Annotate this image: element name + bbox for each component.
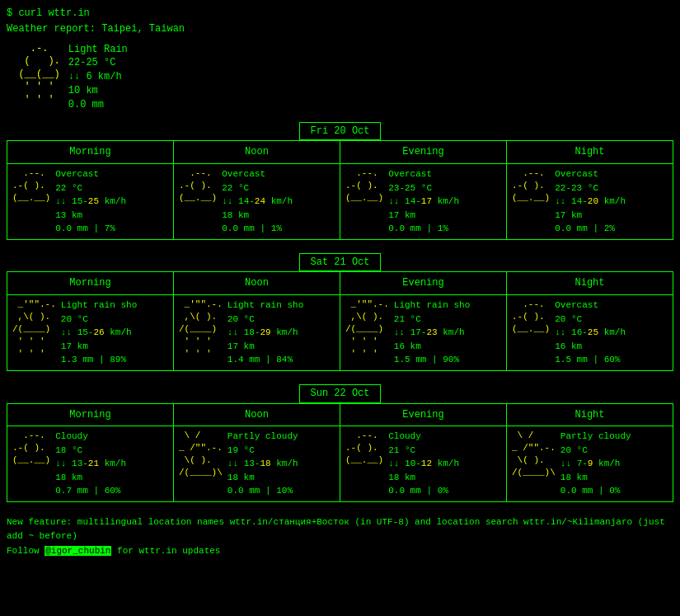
period-vis-0-2: 17 km: [388, 209, 459, 223]
period-cell-0-2: .--. .-( ). (__.__)Overcast23-25 °C↓↓ 14…: [340, 164, 507, 240]
period-temp-0-3: 22-23 °C: [555, 181, 626, 195]
current-weather: .-. ( ). (__(__) ' ' ' ' ' ' Light Rain …: [7, 43, 673, 112]
period-wind-1-3: ↓↓ 16-25 km/h: [555, 326, 626, 340]
period-data-2-2: Cloudy21 °C↓↓ 10-12 km/h18 km0.0 mm | 0%: [388, 430, 459, 498]
period-ascii-2-0: .--. .-( ). (__.__): [12, 430, 50, 467]
period-vis-2-1: 18 km: [227, 471, 298, 485]
period-condition-1-1: Light rain sho: [227, 299, 303, 313]
period-condition-2-2: Cloudy: [388, 430, 459, 444]
period-cell-1-0: _'"".-. ,\( ). /(____) ' ' ' ' ' 'Light …: [7, 295, 174, 371]
period-data-2-0: Cloudy18 °C↓↓ 13-21 km/h18 km0.7 mm | 60…: [55, 430, 126, 498]
command-line: $ curl wttr.in: [7, 7, 673, 21]
period-condition-0-2: Overcast: [388, 167, 459, 181]
period-condition-0-0: Overcast: [55, 167, 126, 181]
period-wind-0-1: ↓↓ 14-24 km/h: [222, 195, 293, 209]
day-section-0: Fri 20 OctMorningNoonEveningNight .--. .…: [7, 122, 673, 240]
current-visibility: 10 km: [68, 84, 128, 98]
forecast-table-2: MorningNoonEveningNight .--. .-( ). (__.…: [7, 403, 673, 502]
period-rain-0-2: 0.0 mm | 1%: [388, 222, 459, 236]
period-data-0-0: Overcast22 °C↓↓ 15-25 km/h13 km0.0 mm | …: [55, 167, 126, 236]
period-data-1-3: Overcast20 °C↓↓ 16-25 km/h16 km1.5 mm | …: [555, 299, 626, 367]
footer-link[interactable]: @igor_chubin: [45, 546, 111, 556]
period-cell-0-0: .--. .-( ). (__.__)Overcast22 °C↓↓ 15-25…: [7, 164, 174, 240]
period-ascii-2-3: \ / _ /"".-. \( ). /(____)\: [512, 430, 556, 478]
period-temp-2-1: 19 °C: [227, 444, 298, 458]
current-condition: Light Rain: [68, 43, 128, 57]
period-cell-1-1: _'"".-. ,\( ). /(____) ' ' ' ' ' 'Light …: [174, 295, 340, 371]
period-wind-0-3: ↓↓ 14-20 km/h: [555, 195, 626, 209]
footer-line1: New feature: multilingual location names…: [7, 515, 673, 544]
day-header-0: Fri 20 Oct: [7, 122, 673, 141]
period-header-1-0: Morning: [7, 272, 174, 295]
period-data-0-2: Overcast23-25 °C↓↓ 14-17 km/h17 km0.0 mm…: [388, 167, 459, 236]
current-weather-info: Light Rain 22-25 °C ↓↓ 6 km/h 10 km 0.0 …: [68, 43, 128, 112]
period-rain-2-0: 0.7 mm | 60%: [55, 484, 126, 498]
period-wind-0-0: ↓↓ 15-25 km/h: [55, 195, 126, 209]
forecast-container: Fri 20 OctMorningNoonEveningNight .--. .…: [7, 122, 673, 502]
period-temp-1-0: 20 °C: [61, 313, 137, 327]
period-rain-0-0: 0.0 mm | 7%: [55, 222, 126, 236]
period-vis-2-2: 18 km: [388, 471, 459, 485]
period-vis-0-3: 17 km: [555, 209, 626, 223]
current-wind: ↓↓ 6 km/h: [68, 70, 128, 84]
period-vis-0-0: 13 km: [55, 209, 126, 223]
period-wind-2-0: ↓↓ 13-21 km/h: [55, 457, 126, 471]
period-header-2-3: Night: [507, 403, 673, 426]
period-temp-2-0: 18 °C: [55, 444, 126, 458]
footer-line2: Follow @igor_chubin for wttr.in updates: [7, 544, 673, 559]
period-data-0-1: Overcast22 °C↓↓ 14-24 km/h18 km0.0 mm | …: [222, 167, 293, 236]
period-header-1-3: Night: [507, 272, 673, 295]
forecast-table-0: MorningNoonEveningNight .--. .-( ). (__.…: [7, 140, 673, 239]
period-data-1-0: Light rain sho20 °C↓↓ 15-26 km/h17 km1.3…: [61, 299, 137, 367]
period-ascii-1-1: _'"".-. ,\( ). /(____) ' ' ' ' ' ': [179, 299, 223, 360]
period-vis-1-2: 16 km: [394, 340, 470, 354]
period-header-0-2: Evening: [340, 141, 507, 164]
period-temp-0-2: 23-25 °C: [388, 181, 459, 195]
period-wind-2-1: ↓↓ 13-18 km/h: [227, 457, 298, 471]
current-ascii-art: .-. ( ). (__(__) ' ' ' ' ' ': [7, 43, 60, 107]
period-ascii-0-2: .--. .-( ). (__.__): [345, 167, 383, 205]
period-wind-1-1: ↓↓ 18-29 km/h: [227, 326, 303, 340]
period-header-0-0: Morning: [7, 141, 174, 164]
period-temp-1-2: 21 °C: [394, 313, 470, 327]
day-label-2: Sun 22 Oct: [299, 384, 380, 403]
period-data-2-3: Partly cloudy20 °C↓↓ 7-9 km/h18 km0.0 mm…: [560, 430, 631, 498]
period-ascii-0-0: .--. .-( ). (__.__): [12, 167, 50, 205]
location-text: Weather report: Taipei, Taiwan: [7, 23, 185, 35]
current-rain: 0.0 mm: [68, 98, 128, 112]
footer: New feature: multilingual location names…: [7, 515, 673, 559]
period-condition-1-3: Overcast: [555, 299, 626, 313]
period-ascii-2-2: .--. .-( ). (__.__): [345, 430, 383, 467]
period-wind-0-2: ↓↓ 14-17 km/h: [388, 195, 459, 209]
period-vis-1-0: 17 km: [61, 340, 137, 354]
period-wind-2-3: ↓↓ 7-9 km/h: [560, 457, 631, 471]
period-ascii-1-2: _'"".-. ,\( ). /(____) ' ' ' ' ' ': [345, 299, 389, 360]
period-header-0-1: Noon: [174, 141, 340, 164]
period-cell-2-1: \ / _ /"".-. \( ). /(____)\ Partly cloud…: [174, 426, 340, 502]
period-cell-2-2: .--. .-( ). (__.__)Cloudy21 °C↓↓ 10-12 k…: [340, 426, 507, 502]
period-cell-2-3: \ / _ /"".-. \( ). /(____)\ Partly cloud…: [507, 426, 673, 502]
day-label-0: Fri 20 Oct: [299, 122, 380, 141]
period-ascii-1-0: _'"".-. ,\( ). /(____) ' ' ' ' ' ': [12, 299, 56, 360]
period-wind-1-0: ↓↓ 15-26 km/h: [61, 326, 137, 340]
location-line: Weather report: Taipei, Taiwan: [7, 22, 673, 36]
terminal-header: $ curl wttr.in Weather report: Taipei, T…: [7, 7, 673, 36]
period-header-2-2: Evening: [340, 403, 507, 426]
period-temp-1-1: 20 °C: [227, 313, 303, 327]
period-rain-1-1: 1.4 mm | 84%: [227, 353, 303, 367]
period-temp-2-2: 21 °C: [388, 444, 459, 458]
footer-suffix: for wttr.in updates: [111, 546, 220, 556]
day-label-1: Sat 21 Oct: [299, 253, 380, 272]
period-cell-0-3: .--. .-( ). (__.__)Overcast22-23 °C↓↓ 14…: [507, 164, 673, 240]
period-ascii-0-1: .--. .-( ). (__.__): [179, 167, 217, 205]
period-header-1-2: Evening: [340, 272, 507, 295]
period-condition-0-1: Overcast: [222, 167, 293, 181]
period-vis-2-3: 18 km: [560, 471, 631, 485]
period-wind-1-2: ↓↓ 17-23 km/h: [394, 326, 470, 340]
period-condition-0-3: Overcast: [555, 167, 626, 181]
period-condition-2-3: Partly cloudy: [560, 430, 631, 444]
period-cell-2-0: .--. .-( ). (__.__)Cloudy18 °C↓↓ 13-21 k…: [7, 426, 174, 502]
day-header-1: Sat 21 Oct: [7, 253, 673, 272]
period-rain-1-3: 1.5 mm | 60%: [555, 353, 626, 367]
period-cell-1-3: .--. .-( ). (__.__)Overcast20 °C↓↓ 16-25…: [507, 295, 673, 371]
